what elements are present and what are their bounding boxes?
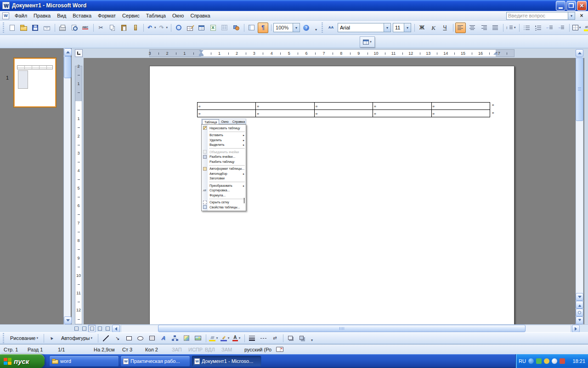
paste-button[interactable] [119,23,129,33]
menu-bar-item[interactable]: Справка [231,119,247,124]
menubar-item[interactable]: Вид [54,11,69,20]
insert-table-mini-button[interactable] [362,37,373,47]
save-button[interactable] [30,23,40,33]
increase-indent-button[interactable] [556,23,566,33]
redo-button[interactable]: ↷ [158,23,169,33]
scrollbar-thumb[interactable] [64,56,71,78]
taskbar-task-prakticheskaya[interactable]: Практическая рабо... [120,356,190,367]
chevron-down-icon[interactable] [404,23,411,32]
show-hide-marks-button[interactable]: ¶ [258,23,268,33]
wordart-button[interactable]: А [158,333,169,344]
line-style-button[interactable] [247,333,257,344]
tray-icon[interactable] [560,358,565,364]
insert-table-button[interactable] [196,23,207,33]
zoom-select[interactable]: 100% [273,23,300,32]
tray-icon[interactable] [544,358,549,364]
new-document-button[interactable] [7,23,17,33]
menu-item[interactable]: Автоформат таблицы... [202,167,246,172]
horizontal-scrollbar[interactable] [121,325,571,333]
toolbar-options-icon[interactable] [309,332,315,344]
close-button[interactable] [577,1,587,11]
start-button[interactable]: пуск [0,354,45,368]
ask-question-input[interactable] [507,13,568,18]
menu-item[interactable]: Формула... [202,193,246,198]
align-right-button[interactable] [478,23,489,33]
spelling-button[interactable] [80,23,90,33]
menu-item[interactable]: Сортировка... [202,188,246,193]
cut-button[interactable]: ✂ [96,23,106,33]
toolbar-options-icon[interactable] [313,22,319,34]
table-cell[interactable]: ¤ [314,110,373,117]
tray-icon[interactable] [528,358,534,364]
tray-icon[interactable] [536,358,542,364]
menu-item[interactable]: Свойства таблицы... [202,205,246,210]
menu-item[interactable]: Скрыть сетку [202,200,246,205]
spelling-status-icon[interactable] [276,347,283,352]
decrease-indent-button[interactable] [544,23,555,33]
select-browse-object-icon[interactable] [576,309,583,316]
table-cell[interactable]: ¤ [256,103,314,110]
line-spacing-button[interactable] [505,23,516,33]
menu-item[interactable]: Удалить [202,138,246,143]
rectangle-button[interactable] [124,333,134,344]
menu-item[interactable]: Автоподбор [202,171,246,176]
tray-icon[interactable] [552,358,557,364]
language-indicator[interactable]: RU [519,358,526,364]
table-cell[interactable]: ¤ [198,110,256,117]
menubar-item[interactable]: Файл [11,11,30,20]
previous-page-icon[interactable] [576,301,583,309]
fill-color-button[interactable] [208,333,219,344]
document-page[interactable]: ¤ ¤ ¤ ¤ ¤ ¤ ¤ ¤ ¤ ¤ ¤ ¤ [149,66,514,342]
oval-button[interactable] [135,333,146,344]
print-preview-button[interactable] [68,23,79,33]
scroll-left-icon[interactable] [112,325,120,333]
borders-button[interactable] [571,23,582,33]
tables-and-borders-button[interactable] [185,23,195,33]
columns-button[interactable] [219,23,230,33]
thumbnail-scrollbar[interactable] [63,48,71,324]
menu-item[interactable]: Объединить ячейки [202,150,246,155]
document-table[interactable]: ¤ ¤ ¤ ¤ ¤ ¤ ¤ ¤ ¤ ¤ [197,102,490,117]
threed-style-button[interactable] [297,333,307,344]
font-name-select[interactable]: Arial [338,23,391,32]
print-layout-button[interactable] [88,325,96,332]
help-button[interactable]: ? [301,23,311,33]
chevron-down-icon[interactable] [568,12,575,19]
document-map-button[interactable] [246,23,257,33]
table-cell[interactable]: ¤ [431,103,490,110]
numbering-button[interactable] [521,23,532,33]
styles-and-formatting-button[interactable] [326,23,336,33]
table-cell[interactable]: ¤ [373,110,431,117]
tab-type-selector[interactable] [75,49,83,57]
menubar-item[interactable]: Вставка [69,11,95,20]
diagram-button[interactable] [170,333,180,344]
menubar-item[interactable]: Формат [95,11,119,20]
restore-button[interactable] [566,1,576,11]
drawing-menu-button[interactable]: Рисование [7,333,41,344]
font-color-button[interactable]: А [231,333,242,344]
undo-button[interactable]: ↶ [146,23,157,33]
format-painter-button[interactable] [130,23,141,33]
line-button[interactable] [101,333,111,344]
text-box-button[interactable] [147,333,157,344]
table-cell[interactable]: ¤ [314,103,373,110]
menu-item[interactable]: Заголовки [202,176,246,181]
next-page-icon[interactable] [576,316,583,324]
toolbar-drag-handle[interactable] [2,23,5,33]
align-left-button[interactable] [455,23,466,33]
menu-item[interactable]: Вставить [202,133,246,138]
scroll-down-icon[interactable] [64,316,72,324]
scroll-up-icon[interactable] [64,48,72,56]
left-indent-marker[interactable] [199,55,204,56]
clipart-button[interactable] [181,333,192,344]
justify-button[interactable] [490,23,500,33]
scrollbar-thumb[interactable] [576,58,583,121]
line-color-button[interactable] [220,333,230,344]
highlight-button[interactable] [583,23,588,33]
arrow-style-button[interactable]: ⇄ [270,333,280,344]
print-button[interactable] [57,23,68,33]
italic-button[interactable]: К [428,23,439,33]
menu-item[interactable]: Преобразовать [202,183,246,188]
menu-item[interactable]: Разбить ячейки... [202,155,246,160]
bullets-button[interactable] [533,23,543,33]
